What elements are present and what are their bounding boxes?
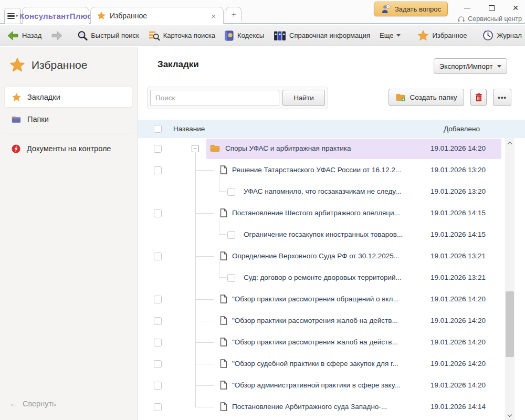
- row-title[interactable]: "Обзор практики рассмотрения жалоб на де…: [232, 338, 398, 346]
- chevron-down-icon: ▾: [16, 14, 18, 18]
- table-row[interactable]: − Постановление Шестого арбитражного апе…: [138, 203, 506, 224]
- table-row[interactable]: − Решение Татарстанского УФАС России от …: [138, 160, 506, 181]
- new-tab-button[interactable]: ＋: [226, 7, 242, 22]
- window-controls: ×: [462, 3, 521, 13]
- row-checkbox[interactable]: [154, 166, 162, 174]
- row-title[interactable]: "Обзор административной практики в сфере…: [232, 381, 400, 389]
- sidebar-item-documents-on-control[interactable]: Документы на контроле: [4, 138, 132, 159]
- document-icon: [220, 208, 227, 217]
- row-date: 19.01.2026 14:14: [430, 403, 486, 411]
- scroll-down-icon[interactable]: [505, 411, 514, 420]
- bookmark-checkbox[interactable]: [227, 274, 235, 282]
- row-title[interactable]: Споры УФАС и арбитражная практика: [225, 144, 351, 152]
- row-checkbox[interactable]: [154, 296, 162, 303]
- tree-line: [196, 170, 214, 171]
- bookmark-checkbox[interactable]: [227, 188, 235, 196]
- folder-icon: [210, 144, 220, 152]
- row-checkbox[interactable]: [154, 145, 162, 153]
- row-checkbox[interactable]: [154, 403, 162, 411]
- find-button[interactable]: Найти: [282, 90, 325, 106]
- bookmark-checkbox[interactable]: [227, 231, 235, 239]
- more-label: Еще: [380, 32, 393, 39]
- codes-book-icon: [225, 30, 234, 41]
- main-toolbar: Назад Быстрый поиск Карточка поиска Коде…: [0, 25, 525, 46]
- more-menu-button[interactable]: Еще: [375, 25, 405, 46]
- sidebar: Избранное Закладки Папки Документы на ко…: [0, 47, 138, 420]
- table-row[interactable]: − "Обзор практики рассмотрения обращений…: [138, 289, 506, 310]
- row-title[interactable]: "Обзор практики рассмотрения жалоб на де…: [232, 317, 398, 324]
- row-title[interactable]: УФАС напомнило, что госзаказчикам не сле…: [244, 187, 401, 195]
- table-row[interactable]: − Суд: договор о ремонте дворовых террит…: [138, 267, 506, 289]
- rows: − Споры УФАС и арбитражная практика 19.0…: [138, 138, 506, 420]
- scroll-up-icon[interactable]: [505, 138, 514, 148]
- row-title[interactable]: Решение Татарстанского УФАС России от 16…: [232, 166, 401, 174]
- collapse-sidebar-button[interactable]: ← Свернуть: [9, 399, 56, 408]
- close-window-button[interactable]: ×: [510, 3, 521, 13]
- search-card-button[interactable]: Карточка поиска: [144, 25, 220, 46]
- sidebar-item-bookmarks[interactable]: Закладки: [4, 87, 132, 108]
- ask-question-button[interactable]: ? Задать вопрос: [374, 2, 448, 16]
- table-row[interactable]: − Определение Верховного Суда РФ от 30.1…: [138, 246, 506, 267]
- table-row[interactable]: − "Обзор административной практики в сфе…: [138, 375, 506, 396]
- export-import-button[interactable]: Экспорт/Импорт: [434, 58, 507, 74]
- row-checkbox[interactable]: [154, 317, 162, 325]
- tree-line: [195, 181, 196, 203]
- sidebar-header: Избранное: [9, 57, 87, 73]
- favorites-button[interactable]: Избранное: [413, 25, 471, 46]
- row-checkbox[interactable]: [154, 253, 162, 260]
- row-title[interactable]: Постановление Шестого арбитражного апелл…: [232, 209, 400, 217]
- row-title[interactable]: "Обзор практики рассмотрения обращений о…: [232, 295, 399, 303]
- search-input[interactable]: [150, 90, 279, 106]
- back-arrow-icon: [7, 31, 19, 40]
- journal-label: Журнал: [497, 32, 521, 39]
- row-title[interactable]: Определение Верховного Суда РФ от 30.12.…: [232, 252, 400, 260]
- service-center-link[interactable]: Сервисный центр: [457, 15, 522, 23]
- sidebar-item-label: Закладки: [27, 93, 60, 101]
- table-row[interactable]: − УФАС напомнило, что госзаказчикам не с…: [138, 181, 506, 203]
- row-checkbox[interactable]: [154, 382, 162, 390]
- row-checkbox[interactable]: [154, 339, 162, 346]
- new-folder-icon: [396, 93, 406, 101]
- table-row[interactable]: − "Обзор практики рассмотрения жалоб на …: [138, 310, 506, 332]
- delete-button[interactable]: [470, 89, 487, 106]
- row-title[interactable]: Суд: договор о ремонте дворовых территор…: [244, 274, 402, 281]
- table-row[interactable]: − "Обзор судебной практики в сфере закуп…: [138, 353, 506, 375]
- row-checkbox[interactable]: [154, 209, 162, 217]
- row-checkbox[interactable]: [154, 360, 162, 368]
- row-date: 19.01.2026 14:20: [430, 144, 486, 152]
- control-lightning-icon: [12, 144, 20, 153]
- document-icon: [220, 251, 227, 260]
- tab-favorites[interactable]: Избранное ×: [90, 7, 224, 24]
- create-folder-button[interactable]: Создать папку: [388, 89, 464, 106]
- journal-button[interactable]: Журнал: [478, 25, 525, 46]
- tree-line: [196, 407, 214, 407]
- main-menu-button[interactable]: ▾: [4, 8, 21, 24]
- quick-search-button[interactable]: Быстрый поиск: [72, 25, 144, 46]
- table-row[interactable]: − "Обзор практики рассмотрения жалоб на …: [138, 332, 506, 353]
- vertical-scrollbar[interactable]: [505, 138, 514, 420]
- left-arrow-icon: ←: [9, 399, 18, 408]
- minimize-button[interactable]: [462, 3, 472, 13]
- row-title[interactable]: Постановление Арбитражного суда Западно-…: [232, 403, 387, 411]
- back-button[interactable]: Назад: [0, 25, 46, 46]
- collapse-node-button[interactable]: −: [192, 145, 199, 152]
- sidebar-item-folders[interactable]: Папки: [4, 109, 132, 130]
- close-tab-icon[interactable]: ×: [210, 12, 217, 20]
- table-row[interactable]: − Постановление Арбитражного суда Западн…: [138, 396, 506, 418]
- select-all-checkbox[interactable]: [154, 125, 162, 133]
- scrollbar-thumb[interactable]: [506, 291, 514, 357]
- row-title[interactable]: "Обзор судебной практики в сфере закупок…: [232, 360, 398, 368]
- sidebar-divider: [4, 133, 132, 133]
- document-icon: [220, 165, 227, 174]
- row-title[interactable]: Ограничение госзакупок иностранных товар…: [244, 230, 403, 238]
- tab-label: Избранное: [110, 12, 210, 20]
- tab-brand-home[interactable]: КонсультантПлюс: [22, 7, 89, 24]
- maximize-button[interactable]: [486, 3, 497, 13]
- more-actions-button[interactable]: •••: [493, 89, 511, 106]
- table-row[interactable]: − Споры УФАС и арбитражная практика 19.0…: [138, 138, 506, 160]
- codes-button[interactable]: Кодексы: [220, 25, 269, 46]
- reference-info-button[interactable]: Справочная информация: [269, 25, 375, 46]
- forward-button[interactable]: [46, 25, 67, 46]
- export-import-label: Экспорт/Импорт: [439, 62, 493, 70]
- table-row[interactable]: − Ограничение госзакупок иностранных тов…: [138, 224, 506, 246]
